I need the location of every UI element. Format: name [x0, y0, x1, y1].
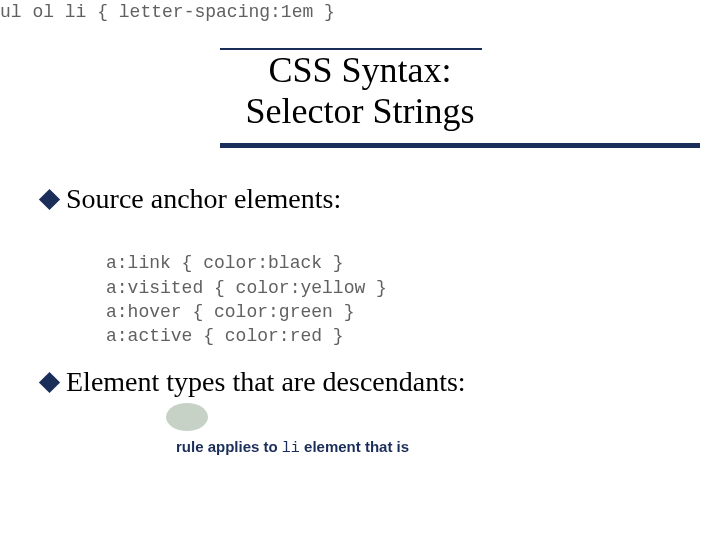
caption-text: rule applies to li element that is [176, 438, 409, 457]
diamond-bullet-icon [39, 371, 60, 392]
bullet-text-1: Source anchor elements: [66, 183, 341, 215]
caption-suffix: element that is [300, 438, 409, 455]
title-rule-bottom [220, 143, 700, 148]
slide-title: CSS Syntax: Selector Strings [0, 50, 720, 133]
code-line: ul ol li { letter-spacing:1em } [0, 2, 335, 22]
code-line: a:active { color:red } [106, 326, 344, 346]
title-line-1: CSS Syntax: [0, 50, 720, 91]
code-block-descendant: ul ol li { letter-spacing:1em } [0, 0, 335, 24]
caption-prefix: rule applies to [176, 438, 282, 455]
title-line-2: Selector Strings [0, 91, 720, 132]
code-line: a:visited { color:yellow } [106, 278, 387, 298]
bullet-item-2: Element types that are descendants: [42, 366, 466, 398]
slide: CSS Syntax: Selector Strings Source anch… [0, 0, 720, 540]
bullet-text-2: Element types that are descendants: [66, 366, 466, 398]
bullet-item-1: Source anchor elements: [42, 183, 341, 215]
code-line: a:hover { color:green } [106, 302, 354, 322]
diamond-bullet-icon [39, 188, 60, 209]
caption-code: li [282, 440, 300, 457]
highlight-oval [166, 403, 208, 431]
code-line: a:link { color:black } [106, 253, 344, 273]
code-block-anchor-pseudo: a:link { color:black } a:visited { color… [106, 227, 387, 348]
